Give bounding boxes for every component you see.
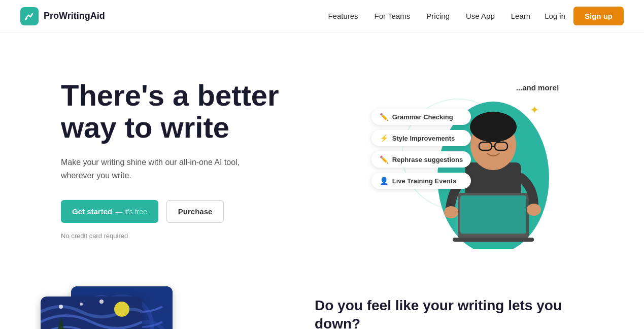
hero-title: There's a better way to write bbox=[61, 79, 332, 144]
and-more-label: ...and more! bbox=[516, 83, 559, 92]
nav-learn[interactable]: Learn bbox=[511, 12, 530, 20]
hero-section: There's a better way to write Make your … bbox=[0, 32, 644, 276]
rephrase-icon: ✏️ bbox=[380, 155, 388, 163]
signup-button[interactable]: Sign up bbox=[573, 7, 624, 25]
feature-pills: ✏️ Grammar Checking ⚡ Style Improvements… bbox=[371, 109, 471, 189]
bottom-right: Do you feel like your writing lets you d… bbox=[274, 286, 603, 329]
hero-left: There's a better way to write Make your … bbox=[61, 79, 332, 240]
sparkle-icon: ✦ bbox=[530, 104, 539, 117]
hero-right: ...and more! ✦ ✏️ Grammar Checking ⚡ Sty… bbox=[332, 63, 604, 256]
nav-links: Features For Teams Pricing Use App Learn bbox=[328, 12, 530, 21]
svg-point-11 bbox=[527, 204, 541, 216]
nav-features[interactable]: Features bbox=[328, 12, 358, 20]
painting-cards: My idea in my head bbox=[41, 286, 233, 329]
logo-icon bbox=[20, 7, 39, 25]
nav-login[interactable]: Log in bbox=[545, 12, 565, 20]
bottom-section-title: Do you feel like your writing lets you d… bbox=[315, 297, 603, 329]
svg-point-18 bbox=[59, 305, 63, 309]
get-started-button[interactable]: Get started — it's free bbox=[61, 200, 158, 223]
nav-for-teams[interactable]: For Teams bbox=[375, 12, 411, 20]
hero-illustration: ...and more! ✦ ✏️ Grammar Checking ⚡ Sty… bbox=[371, 68, 564, 251]
svg-point-6 bbox=[470, 112, 517, 142]
navbar: ProWritingAid Features For Teams Pricing… bbox=[0, 0, 644, 32]
bottom-left: My idea in my head bbox=[41, 286, 274, 329]
pill-grammar-checking: ✏️ Grammar Checking bbox=[371, 109, 471, 125]
bottom-section: My idea in my head Do you feel like your… bbox=[0, 276, 644, 329]
svg-point-17 bbox=[114, 302, 129, 317]
hero-subtitle: Make your writing shine with our all-in-… bbox=[61, 156, 244, 182]
logo-link[interactable]: ProWritingAid bbox=[20, 7, 105, 25]
pill-style-improvements: ⚡ Style Improvements bbox=[371, 130, 471, 146]
svg-point-19 bbox=[80, 303, 83, 306]
nav-use-app[interactable]: Use App bbox=[466, 12, 495, 20]
purchase-button[interactable]: Purchase bbox=[166, 200, 224, 223]
hero-buttons: Get started — it's free Purchase bbox=[61, 200, 332, 223]
nav-pricing[interactable]: Pricing bbox=[426, 12, 450, 20]
training-icon: 👤 bbox=[380, 177, 388, 185]
grammar-icon: ✏️ bbox=[380, 113, 388, 121]
logo-text: ProWritingAid bbox=[44, 11, 105, 21]
svg-rect-3 bbox=[460, 195, 526, 234]
hero-note: No credit card required bbox=[61, 232, 332, 240]
card-front: My idea in my head bbox=[41, 297, 142, 329]
style-icon: ⚡ bbox=[380, 134, 388, 142]
svg-point-10 bbox=[444, 206, 458, 218]
svg-rect-4 bbox=[453, 238, 534, 242]
pill-rephrase-suggestions: ✏️ Rephrase suggestions bbox=[371, 151, 471, 168]
pill-live-training: 👤 Live Training Events bbox=[371, 173, 471, 189]
svg-point-20 bbox=[99, 300, 104, 304]
